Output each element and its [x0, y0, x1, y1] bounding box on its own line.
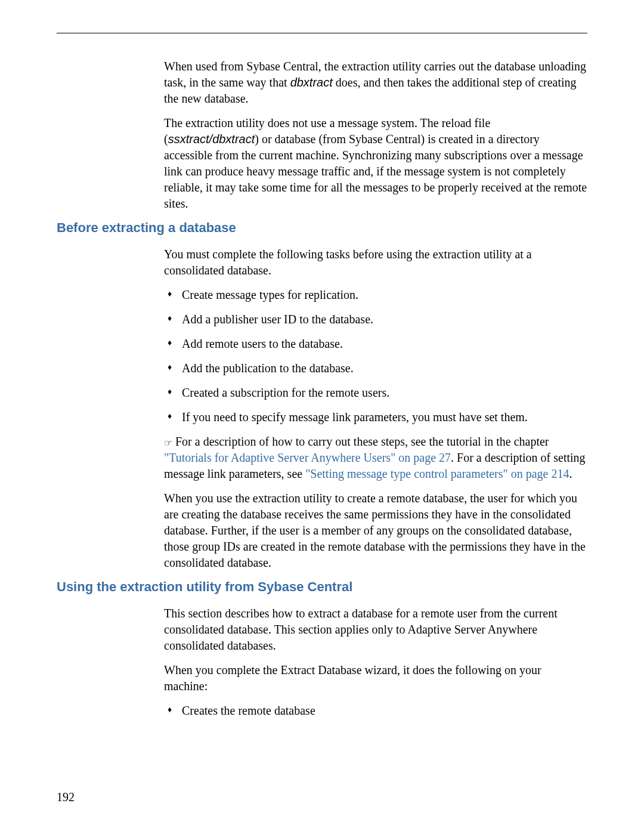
list-item: Add the publication to the database.: [164, 360, 587, 376]
paragraph-4: ☞ For a description of how to carry out …: [164, 434, 587, 482]
list-item: Add a publisher user ID to the database.: [164, 311, 587, 328]
list-item: If you need to specify message link para…: [164, 409, 587, 425]
list-item: Create message types for replication.: [164, 287, 587, 303]
para1-italic: dbxtract: [290, 76, 333, 89]
heading-using-extraction: Using the extraction utility from Sybase…: [57, 579, 587, 595]
list-item: Creates the remote database: [164, 703, 587, 719]
horizontal-rule: [57, 33, 587, 33]
paragraph-5: When you use the extraction utility to c…: [164, 490, 587, 571]
para4-part1: For a description of how to carry out th…: [175, 435, 549, 448]
para4-part3: .: [569, 467, 572, 480]
paragraph-1: When used from Sybase Central, the extra…: [164, 58, 587, 107]
para2-italic: ssxtract/dbxtract: [168, 132, 255, 146]
paragraph-3: You must complete the following tasks be…: [164, 246, 587, 279]
paragraph-2: The extraction utility does not use a me…: [164, 115, 587, 212]
heading-before-extracting: Before extracting a database: [57, 220, 587, 236]
task-list: Create message types for replication. Ad…: [164, 287, 587, 425]
list-item: Created a subscription for the remote us…: [164, 385, 587, 401]
page-number: 192: [57, 790, 75, 804]
wizard-list: Creates the remote database: [164, 703, 587, 719]
link-tutorials[interactable]: "Tutorials for Adaptive Server Anywhere …: [164, 451, 451, 464]
list-item: Add remote users to the database.: [164, 336, 587, 352]
pointer-icon: ☞: [164, 438, 172, 448]
link-setting-message[interactable]: "Setting message type control parameters…: [305, 467, 569, 480]
paragraph-6: This section describes how to extract a …: [164, 605, 587, 654]
paragraph-7: When you complete the Extract Database w…: [164, 662, 587, 694]
